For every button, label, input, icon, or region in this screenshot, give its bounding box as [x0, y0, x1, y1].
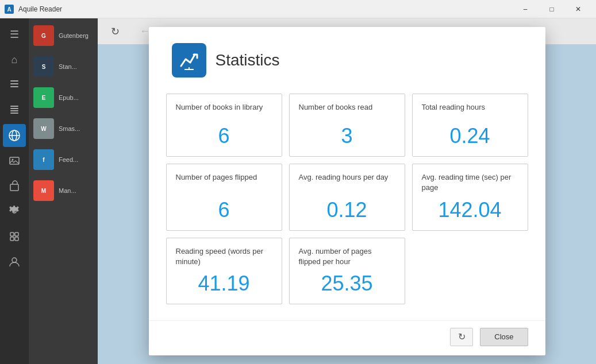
source-item-feed[interactable]: f Feed... — [29, 145, 98, 175]
sidebar-item-list[interactable] — [3, 99, 26, 122]
app-title: Aquile Reader — [18, 5, 62, 13]
sidebar-item-home[interactable]: ⌂ — [3, 48, 26, 71]
stat-value-pages-per-hour: 25.35 — [299, 272, 395, 296]
svg-rect-3 — [10, 83, 18, 84]
svg-rect-5 — [10, 106, 18, 107]
main-area: ↻ ← → Statistics — [98, 18, 596, 364]
source-list: G Gutenberg S Stan... E Epub... W Smas..… — [29, 18, 98, 364]
maximize-button[interactable]: □ — [539, 0, 565, 18]
source-item-gutenberg[interactable]: G Gutenberg — [29, 21, 98, 51]
stat-value-time-per-page: 142.04 — [422, 198, 518, 222]
svg-rect-15 — [10, 233, 14, 236]
standard-logo: S — [33, 56, 54, 77]
sidebar-item-settings[interactable] — [3, 200, 26, 223]
chart-icon — [179, 50, 199, 71]
epub-logo: E — [33, 87, 54, 108]
title-bar: A Aquile Reader – □ ✕ — [0, 0, 596, 18]
source-item-epub[interactable]: E Epub... — [29, 83, 98, 113]
sidebar-item-globe[interactable] — [3, 124, 26, 147]
stat-card-reading-hours: Total reading hours 0.24 — [412, 94, 528, 157]
dialog-refresh-button[interactable]: ↻ — [450, 328, 473, 346]
source-label: Gutenberg — [59, 32, 89, 39]
stat-label-books-library: Number of books in library — [176, 102, 272, 113]
svg-point-19 — [12, 258, 17, 262]
sidebar-item-bookmarks[interactable] — [3, 73, 26, 96]
source-label: Smas... — [59, 125, 80, 132]
app-icon: A — [5, 5, 14, 14]
dialog-title: Statistics — [216, 51, 280, 69]
stat-label-time-per-page: Avg. reading time (sec) per page — [422, 172, 518, 193]
svg-rect-16 — [15, 233, 18, 236]
source-label: Stan... — [59, 63, 77, 70]
stat-label-pages-per-hour: Avg. number of pages flipped per hour — [299, 246, 395, 267]
svg-rect-14 — [10, 184, 18, 191]
source-item-manybooks[interactable]: M Man... — [29, 176, 98, 206]
svg-rect-18 — [15, 237, 18, 241]
sidebar-item-bag[interactable] — [3, 175, 26, 198]
stat-value-books-read: 3 — [299, 124, 395, 148]
stat-label-hours-per-day: Avg. reading hours per day — [299, 172, 395, 183]
stat-value-reading-speed: 41.19 — [176, 272, 272, 296]
stats-content: Number of books in library 6 Number of b… — [149, 89, 545, 320]
stat-card-books-library: Number of books in library 6 — [166, 94, 282, 157]
sidebar-item-user[interactable] — [3, 250, 26, 273]
stats-icon-container — [172, 43, 206, 78]
source-item-smash[interactable]: W Smas... — [29, 114, 98, 144]
dialog-overlay: Statistics Number of books in library 6 … — [98, 18, 596, 364]
svg-rect-7 — [10, 110, 18, 111]
app-body: ☰ ⌂ G Gutenberg S — [0, 18, 596, 364]
stat-card-pages-flipped: Number of pages flipped 6 — [166, 164, 282, 230]
svg-rect-8 — [10, 113, 18, 114]
dialog-close-button[interactable]: Close — [480, 328, 528, 346]
manybooks-logo: M — [33, 180, 54, 201]
sidebar-item-menu[interactable]: ☰ — [3, 23, 26, 46]
stat-value-hours-per-day: 0.12 — [299, 198, 395, 222]
gutenberg-logo: G — [33, 25, 54, 46]
stat-value-pages-flipped: 6 — [176, 198, 272, 222]
sidebar: ☰ ⌂ — [0, 18, 29, 364]
svg-text:A: A — [7, 6, 11, 13]
stat-label-reading-speed: Reading speed (words per minute) — [176, 246, 272, 267]
sidebar-item-plugin[interactable] — [3, 225, 26, 248]
title-bar-left: A Aquile Reader — [5, 5, 62, 14]
stat-value-reading-hours: 0.24 — [422, 124, 518, 148]
stat-label-pages-flipped: Number of pages flipped — [176, 172, 272, 183]
stat-value-books-library: 6 — [176, 124, 272, 148]
stat-card-books-read: Number of books read 3 — [289, 94, 405, 157]
statistics-dialog: Statistics Number of books in library 6 … — [149, 27, 545, 355]
svg-rect-12 — [10, 157, 19, 164]
stat-card-reading-speed: Reading speed (words per minute) 41.19 — [166, 238, 282, 304]
close-window-button[interactable]: ✕ — [565, 0, 591, 18]
feed-logo: f — [33, 149, 54, 170]
stat-card-time-per-page: Avg. reading time (sec) per page 142.04 — [412, 164, 528, 230]
dialog-header: Statistics — [149, 27, 545, 89]
source-item-standard[interactable]: S Stan... — [29, 52, 98, 82]
sidebar-item-image[interactable] — [3, 149, 26, 172]
stat-card-hours-per-day: Avg. reading hours per day 0.12 — [289, 164, 405, 230]
source-label: Feed... — [59, 156, 78, 163]
svg-rect-17 — [10, 237, 14, 241]
svg-rect-2 — [10, 80, 18, 82]
source-label: Man... — [59, 187, 76, 194]
dialog-footer: ↻ Close — [149, 320, 545, 355]
minimize-button[interactable]: – — [512, 0, 539, 18]
stat-label-reading-hours: Total reading hours — [422, 102, 518, 113]
smash-logo: W — [33, 118, 54, 139]
svg-rect-6 — [10, 108, 18, 109]
stat-card-pages-per-hour: Avg. number of pages flipped per hour 25… — [289, 238, 405, 304]
stat-label-books-read: Number of books read — [299, 102, 395, 113]
stats-grid: Number of books in library 6 Number of b… — [166, 89, 528, 309]
svg-point-13 — [12, 159, 14, 161]
source-label: Epub... — [59, 94, 79, 101]
window-controls: – □ ✕ — [512, 0, 591, 18]
svg-rect-4 — [10, 86, 18, 87]
